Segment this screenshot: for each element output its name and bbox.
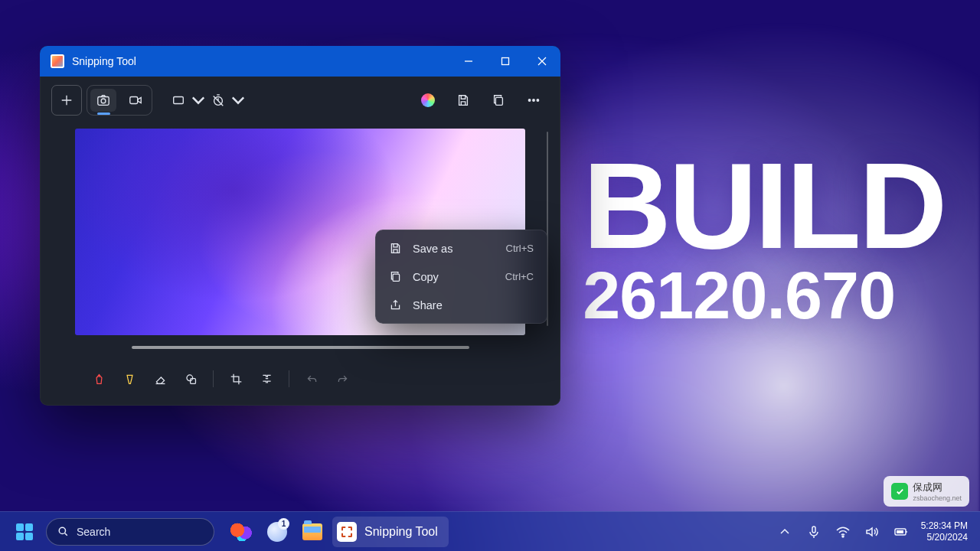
- svg-rect-11: [190, 378, 195, 383]
- horizontal-scrollbar[interactable]: [132, 346, 469, 349]
- microphone-icon: [806, 524, 822, 540]
- menu-label: Copy: [413, 271, 439, 283]
- photo-mode-button[interactable]: [90, 89, 116, 112]
- build-line1: BUILD: [583, 149, 945, 262]
- taskbar-app-snipping-tool[interactable]: Snipping Tool: [332, 517, 449, 547]
- clock-date: 5/20/2024: [921, 532, 968, 543]
- context-menu-copy[interactable]: Copy Ctrl+C: [380, 262, 543, 291]
- text-actions-icon: [260, 373, 273, 386]
- build-line2: 26120.670: [583, 265, 945, 327]
- window-title: Snipping Tool: [72, 55, 136, 67]
- minimize-button[interactable]: [450, 46, 487, 77]
- search-icon: [57, 526, 69, 537]
- copy-icon: [389, 270, 402, 283]
- svg-rect-3: [130, 97, 138, 104]
- divider: [213, 370, 214, 387]
- bottom-toolbar: [40, 357, 560, 406]
- camera-icon: [96, 93, 110, 107]
- crop-tool-button[interactable]: [223, 366, 249, 392]
- copilot-icon: [230, 523, 253, 541]
- taskbar-search[interactable]: Search: [46, 518, 214, 546]
- watermark-brand: 保成网: [913, 481, 962, 494]
- pen-tool-button[interactable]: [86, 366, 112, 392]
- pen-icon: [93, 373, 106, 386]
- tray-battery[interactable]: [892, 517, 910, 547]
- video-icon: [129, 93, 142, 107]
- wifi-icon: [835, 524, 851, 540]
- context-menu-share[interactable]: Share: [380, 291, 543, 319]
- redo-icon: [336, 373, 349, 386]
- copy-button[interactable]: [484, 86, 513, 115]
- highlighter-icon: [123, 373, 136, 386]
- shapes-icon: [185, 373, 198, 386]
- share-icon: [389, 298, 402, 311]
- context-menu-save-as[interactable]: Save as Ctrl+S: [380, 234, 543, 262]
- chevron-down-icon: [231, 93, 245, 107]
- tray-overflow[interactable]: [776, 517, 794, 547]
- undo-icon: [305, 373, 318, 386]
- taskbar: Search 1 Snipping Tool 5:28:3: [0, 511, 980, 551]
- copy-icon: [492, 93, 505, 107]
- close-button[interactable]: [524, 46, 560, 77]
- svg-point-15: [842, 536, 844, 537]
- snip-shape-dropdown[interactable]: [172, 86, 205, 115]
- windows-logo-icon: [16, 523, 33, 540]
- widget-badge: 1: [278, 518, 289, 530]
- text-extract-button[interactable]: [253, 366, 279, 392]
- shapes-tool-button[interactable]: [178, 366, 204, 392]
- battery-icon: [893, 524, 909, 540]
- menu-label: Share: [413, 299, 443, 311]
- explorer-icon: [302, 523, 322, 540]
- capture-mode-segment: [87, 86, 152, 115]
- watermark-sub: zsbaocheng.net: [913, 494, 962, 502]
- svg-point-2: [101, 99, 106, 103]
- start-button[interactable]: [9, 517, 40, 547]
- rectangle-icon: [172, 93, 185, 107]
- watermark-badge: 保成网 zsbaocheng.net: [884, 476, 969, 507]
- chevron-up-icon: [777, 524, 792, 540]
- crop-icon: [230, 373, 243, 386]
- taskbar-clock[interactable]: 5:28:34 PM 5/20/2024: [921, 520, 968, 543]
- svg-rect-0: [502, 58, 509, 65]
- taskbar-app-label: Snipping Tool: [364, 525, 438, 539]
- more-menu-button[interactable]: [519, 86, 548, 115]
- palette-icon: [421, 93, 435, 107]
- tray-volume[interactable]: [863, 517, 881, 547]
- svg-rect-17: [897, 530, 903, 533]
- video-mode-button[interactable]: [122, 89, 149, 112]
- delay-dropdown[interactable]: [211, 86, 245, 115]
- edit-in-paint-button[interactable]: [413, 86, 443, 115]
- new-snip-button[interactable]: [52, 86, 81, 115]
- highlighter-tool-button[interactable]: [116, 366, 142, 392]
- timer-off-icon: [211, 93, 225, 107]
- undo-button[interactable]: [299, 366, 325, 392]
- menu-label: Save as: [413, 243, 452, 255]
- taskbar-widgets[interactable]: 1: [262, 517, 292, 547]
- shield-icon: [891, 483, 908, 500]
- snipping-tool-icon: [337, 522, 357, 542]
- maximize-button[interactable]: [487, 46, 524, 77]
- top-toolbar: [40, 77, 560, 124]
- volume-icon: [864, 524, 880, 540]
- taskbar-explorer[interactable]: [297, 517, 328, 547]
- context-menu: Save as Ctrl+S Copy Ctrl+C Share: [375, 230, 547, 324]
- tray-wifi[interactable]: [834, 517, 852, 547]
- search-placeholder: Search: [77, 526, 110, 538]
- eraser-tool-button[interactable]: [147, 366, 173, 392]
- svg-rect-4: [174, 97, 184, 104]
- app-icon: [51, 54, 64, 68]
- tray-microphone[interactable]: [805, 517, 823, 547]
- svg-point-13: [59, 527, 65, 533]
- redo-button[interactable]: [329, 366, 355, 392]
- snipping-tool-window: Snipping Tool: [40, 46, 560, 406]
- eraser-icon: [154, 373, 167, 386]
- svg-point-10: [186, 374, 192, 380]
- save-icon: [389, 242, 402, 255]
- titlebar[interactable]: Snipping Tool: [40, 46, 560, 77]
- svg-rect-6: [495, 97, 502, 105]
- save-icon: [456, 93, 470, 107]
- svg-rect-14: [812, 527, 815, 533]
- taskbar-copilot[interactable]: [227, 517, 257, 547]
- svg-rect-1: [98, 97, 109, 106]
- save-button[interactable]: [449, 86, 478, 115]
